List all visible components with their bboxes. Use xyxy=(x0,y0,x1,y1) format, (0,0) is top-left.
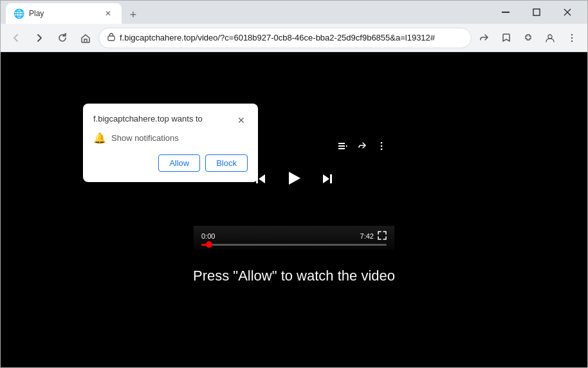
svg-point-8 xyxy=(571,40,573,41)
popup-buttons: Allow Block xyxy=(93,154,248,172)
svg-point-6 xyxy=(571,33,573,35)
browser-window: 🌐 Play ✕ + xyxy=(0,0,588,368)
time-row: 0:00 7:42 xyxy=(201,231,387,241)
next-track-icon[interactable] xyxy=(320,172,334,190)
svg-rect-10 xyxy=(338,145,345,147)
block-button[interactable]: Block xyxy=(205,154,248,172)
svg-point-7 xyxy=(571,37,573,38)
top-ctrl-group xyxy=(338,141,387,154)
progress-dot xyxy=(206,241,212,248)
active-tab[interactable]: 🌐 Play ✕ xyxy=(6,3,122,24)
time-total: 7:42 xyxy=(360,232,374,240)
svg-rect-11 xyxy=(338,148,345,149)
new-tab-button[interactable]: + xyxy=(124,6,142,24)
window-controls xyxy=(491,2,582,23)
page-content: f.bigcaptchahere.top wants to ✕ 🔔 Show n… xyxy=(1,52,587,367)
video-center-controls xyxy=(254,168,334,193)
svg-rect-0 xyxy=(502,12,510,13)
svg-rect-9 xyxy=(338,143,345,144)
lock-icon xyxy=(107,32,116,43)
playlist-icon[interactable] xyxy=(338,141,348,154)
minimize-button[interactable] xyxy=(491,2,520,23)
progress-bar[interactable] xyxy=(201,244,387,246)
progress-fill xyxy=(201,244,209,246)
bookmark-button[interactable] xyxy=(496,28,517,48)
share-video-icon[interactable] xyxy=(357,141,367,154)
address-bar[interactable]: f.bigcaptchahere.top/video/?c=6018b927-0… xyxy=(98,28,472,48)
close-button[interactable] xyxy=(553,2,582,23)
reload-button[interactable] xyxy=(52,28,73,48)
video-bottom-controls: 0:00 7:42 xyxy=(194,226,394,250)
toolbar: f.bigcaptchahere.top/video/?c=6018b927-0… xyxy=(1,24,587,52)
play-button[interactable] xyxy=(284,168,304,193)
svg-rect-16 xyxy=(330,174,332,183)
svg-rect-4 xyxy=(108,36,115,41)
menu-button[interactable] xyxy=(562,28,582,48)
maximize-button[interactable] xyxy=(522,2,551,23)
popup-notification-row: 🔔 Show notifications xyxy=(93,132,248,144)
bell-icon: 🔔 xyxy=(93,132,106,144)
more-video-icon[interactable] xyxy=(376,141,387,154)
popup-title: f.bigcaptchahere.top wants to xyxy=(93,114,203,124)
title-bar: 🌐 Play ✕ + xyxy=(1,1,587,24)
time-current: 0:00 xyxy=(201,232,215,240)
prompt-text: Press "Allow" to watch the video xyxy=(193,268,395,284)
forward-button[interactable] xyxy=(29,28,50,48)
extensions-button[interactable] xyxy=(518,28,538,48)
address-text: f.bigcaptchahere.top/video/?c=6018b927-0… xyxy=(120,33,463,42)
tab-title: Play xyxy=(29,9,97,18)
fullscreen-button[interactable] xyxy=(378,231,387,241)
profile-button[interactable] xyxy=(540,28,560,48)
svg-rect-1 xyxy=(533,9,540,15)
svg-point-13 xyxy=(381,145,383,147)
svg-point-12 xyxy=(381,142,383,143)
svg-point-14 xyxy=(381,148,383,150)
share-button[interactable] xyxy=(474,28,495,48)
popup-header: f.bigcaptchahere.top wants to ✕ xyxy=(93,114,248,127)
allow-button[interactable]: Allow xyxy=(158,154,200,172)
popup-close-button[interactable]: ✕ xyxy=(235,114,248,127)
tab-close-button[interactable]: ✕ xyxy=(102,8,114,19)
back-button[interactable] xyxy=(6,28,26,48)
popup-notification-label: Show notifications xyxy=(111,133,179,143)
toolbar-right xyxy=(474,28,582,48)
tab-favicon: 🌐 xyxy=(14,8,24,19)
svg-point-5 xyxy=(548,35,552,39)
tab-bar: 🌐 Play ✕ + xyxy=(6,1,488,24)
home-button[interactable] xyxy=(75,28,96,48)
notification-popup: f.bigcaptchahere.top wants to ✕ 🔔 Show n… xyxy=(83,104,258,182)
